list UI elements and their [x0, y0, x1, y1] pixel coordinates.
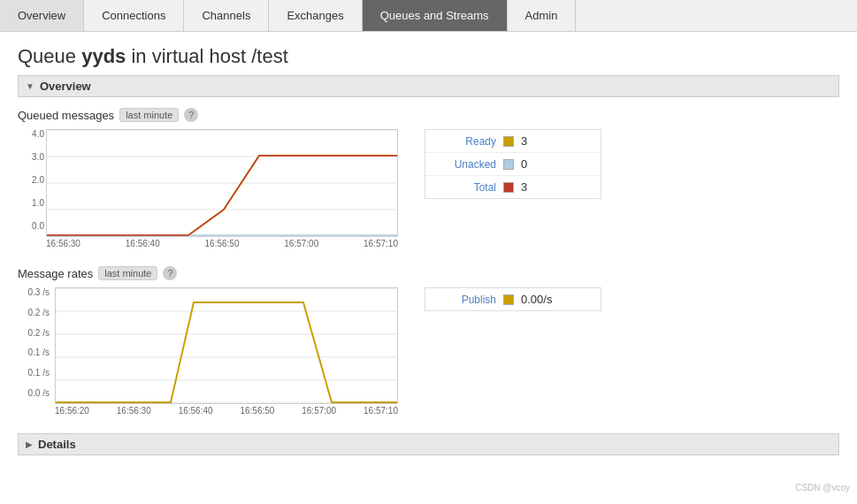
tab-exchanges[interactable]: Exchanges: [269, 0, 362, 31]
unacked-label: Unacked: [434, 158, 496, 171]
page-content: Queue yyds in virtual host /test ▼ Overv…: [0, 32, 857, 479]
details-section-header[interactable]: ▶ Details: [18, 433, 839, 455]
message-rates-label: Message rates: [18, 267, 93, 280]
total-stat-row: Total 3: [425, 176, 601, 198]
rates-chart-inner: [55, 287, 398, 404]
queued-messages-row: 4.0 3.0 2.0 1.0 0.0: [18, 129, 839, 248]
queued-x-labels: 16:56:30 16:56:40 16:56:50 16:57:00 16:5…: [46, 237, 398, 248]
queued-y-labels: 4.0 3.0 2.0 1.0 0.0: [18, 129, 46, 231]
tab-queues-streams[interactable]: Queues and Streams: [363, 0, 508, 31]
overview-section-title: Overview: [40, 80, 91, 93]
details-section-title: Details: [38, 438, 76, 451]
ready-stat-row: Ready 3: [425, 130, 601, 153]
unacked-value: 0: [521, 157, 527, 171]
overview-arrow-icon: ▼: [26, 81, 34, 91]
tab-overview[interactable]: Overview: [0, 0, 84, 31]
total-line: [47, 156, 398, 235]
tab-admin[interactable]: Admin: [508, 0, 577, 31]
ready-color: [503, 136, 514, 147]
nav-bar: Overview Connections Channels Exchanges …: [0, 0, 857, 32]
message-rates-row: 0.3 /s 0.2 /s 0.2 /s 0.1 /s 0.1 /s 0.0 /…: [18, 287, 839, 416]
queued-messages-svg: [47, 130, 398, 236]
queued-messages-chart: 4.0 3.0 2.0 1.0 0.0: [18, 129, 398, 248]
ready-label: Ready: [434, 135, 496, 148]
rates-y-labels: 0.3 /s 0.2 /s 0.2 /s 0.1 /s 0.1 /s 0.0 /…: [18, 287, 51, 398]
page-title: Queue yyds in virtual host /test: [18, 45, 839, 68]
vhost: /test: [251, 45, 288, 67]
message-rates-help-icon[interactable]: ?: [163, 266, 177, 280]
message-rates-svg: [56, 288, 398, 403]
details-arrow-icon: ▶: [26, 439, 33, 449]
watermark: CSDN @vcoy: [0, 479, 857, 496]
rates-x-labels: 16:56:20 16:56:30 16:56:40 16:56:50 16:5…: [55, 404, 398, 416]
publish-value: 0.00/s: [521, 293, 552, 306]
title-middle: in virtual host: [126, 45, 251, 67]
overview-section-header[interactable]: ▼ Overview: [18, 75, 839, 97]
title-prefix: Queue: [18, 45, 81, 67]
message-rates-label-row: Message rates last minute ?: [18, 266, 839, 280]
message-rates-chart: 0.3 /s 0.2 /s 0.2 /s 0.1 /s 0.1 /s 0.0 /…: [18, 287, 398, 416]
queued-messages-label-row: Queued messages last minute ?: [18, 108, 839, 122]
publish-color: [503, 294, 514, 305]
tab-channels[interactable]: Channels: [184, 0, 269, 31]
ready-line: [47, 156, 398, 235]
queued-messages-stats: Ready 3 Unacked 0 Total 3: [425, 129, 601, 199]
total-label: Total: [434, 181, 496, 194]
unacked-stat-row: Unacked 0: [425, 153, 601, 176]
ready-value: 3: [521, 134, 527, 148]
publish-line: [56, 302, 398, 402]
total-value: 3: [521, 180, 527, 194]
tab-connections[interactable]: Connections: [84, 0, 184, 31]
queue-name: yyds: [81, 45, 126, 67]
unacked-color: [503, 159, 514, 170]
publish-label: Publish: [434, 294, 496, 306]
publish-stat-row: Publish 0.00/s: [425, 288, 601, 310]
queued-chart-inner: [46, 129, 398, 237]
queued-messages-help-icon[interactable]: ?: [184, 108, 198, 122]
total-color: [503, 182, 514, 193]
queued-messages-label: Queued messages: [18, 109, 114, 122]
queued-messages-badge[interactable]: last minute: [119, 108, 179, 122]
message-rates-stats: Publish 0.00/s: [425, 287, 601, 311]
message-rates-badge[interactable]: last minute: [98, 266, 157, 280]
